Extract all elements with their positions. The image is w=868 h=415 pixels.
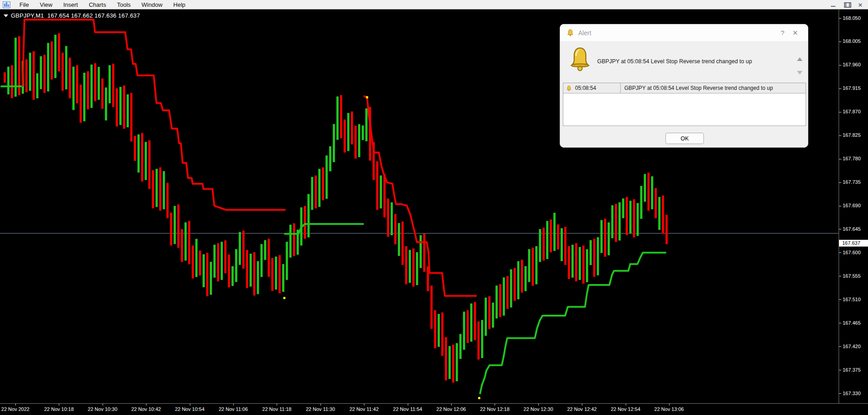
candle-bar [362,126,364,140]
price-tick [839,112,841,112]
menu-item-help[interactable]: Help [168,0,191,9]
candle-bar [655,188,657,218]
menu-item-window[interactable]: Window [136,0,168,9]
price-tick [839,229,841,229]
candle-bar [177,205,179,248]
time-axis-label: 22 Nov 12:06 [436,406,466,412]
candle-bar [141,133,143,182]
candle-bar [354,126,357,159]
dialog-close-button[interactable]: ✕ [789,29,802,37]
time-axis-label: 22 Nov 13:06 [654,406,684,412]
candle-bar [535,246,538,284]
candle-bar [275,256,277,289]
candle-bar [80,84,82,122]
candle-bar [441,312,443,356]
candle-bar [401,222,404,265]
time-axis-label: 22 Nov 10:18 [44,406,74,412]
price-axis[interactable]: 168.050168.005167.960167.915167.870167.8… [839,9,868,403]
price-axis-label: 167.420 [843,344,861,349]
candle-bar [54,35,57,78]
candle-bar [282,264,284,292]
price-axis-label: 167.645 [843,226,861,232]
ok-button[interactable]: OK [665,133,704,144]
scroll-down-icon[interactable] [797,71,802,75]
candle-bar [65,46,67,89]
price-tick [839,182,841,183]
candle-bar [94,63,96,101]
time-tick [408,404,408,406]
candle-bar [492,303,494,327]
candle-bar [550,219,552,252]
chevron-down-icon[interactable] [4,14,8,17]
candle-bar [112,64,114,107]
candle-bar [257,261,259,294]
help-button[interactable]: ? [776,29,789,37]
candle-bar [452,345,454,382]
alert-titlebar[interactable]: Alert ? ✕ [560,24,808,41]
candle-bar [394,214,396,244]
level-stop-reverse-line-up [285,224,363,234]
alert-history-list[interactable]: 05:08:54 GBPJPY at 05:08:54 Level Stop R… [563,83,806,126]
candle-bar [90,65,93,108]
candle-bar [174,206,176,244]
scroll-up-icon[interactable] [797,57,802,61]
candle-bar [329,146,331,171]
candle-bar [495,285,498,318]
candle-bar [481,320,483,358]
candle-bar [456,343,458,381]
menu-item-charts[interactable]: Charts [83,0,111,9]
candle-bar [564,227,566,265]
candle-bar [14,37,17,97]
candle-bar [488,296,491,329]
candle-bar [221,242,223,280]
window-controls: × [830,0,866,9]
app-logo-icon [3,1,10,8]
time-axis-label: 22 Nov 10:42 [131,406,160,412]
candle-bar [499,284,501,317]
candle-bar [571,245,574,278]
candle-bar [351,112,353,145]
time-axis[interactable]: 22 Nov 202222 Nov 10:1822 Nov 10:3022 No… [0,403,868,415]
price-axis-label: 168.005 [843,38,861,44]
price-axis-label: 167.465 [843,320,861,326]
minimize-icon[interactable] [830,2,836,8]
candle-bar [36,73,38,98]
alert-row[interactable]: 05:08:54 GBPJPY at 05:08:54 Level Stop R… [563,83,806,93]
candle-bar [7,67,9,94]
menu-item-view[interactable]: View [34,0,58,9]
menu-item-file[interactable]: File [14,0,34,9]
alert-row-time: 05:08:54 [575,85,596,91]
candle-bar [376,161,378,210]
candle-bar [76,65,78,103]
candle-bar [137,135,140,173]
candle-bar [532,247,534,285]
candle-bar [130,93,132,142]
candle-bar [597,237,599,275]
restore-icon[interactable] [844,2,850,8]
candle-bar [467,310,469,343]
alert-message: GBPJPY at 05:08:54 Level Stop Reverse tr… [597,58,752,65]
bell-icon [566,85,572,91]
close-icon[interactable]: × [857,2,863,8]
price-axis-label: 167.870 [843,109,861,114]
candle-bar [260,244,263,277]
candle-bar [409,250,411,283]
price-axis-label: 168.050 [843,15,861,21]
candle-bar [148,140,151,189]
candle-bar [224,240,226,273]
candle-bar [271,258,274,291]
candle-bar [101,79,104,109]
candle-bar [412,248,415,286]
menu-item-tools[interactable]: Tools [112,0,136,9]
candle-bar [365,108,368,141]
alert-title: Alert [578,29,776,37]
time-tick [538,404,539,406]
symbol-ohlc-label: GBPJPY,M1 167.654 167.662 167.636 167.63… [11,12,140,19]
time-axis-label: 22 Nov 11:18 [262,406,292,412]
candle-bar [644,174,646,201]
menu-item-insert[interactable]: Insert [58,0,84,9]
candle-bar [87,71,89,109]
price-axis-label: 167.510 [843,297,861,302]
candle-bar [528,249,530,282]
candle-bar [344,120,346,153]
